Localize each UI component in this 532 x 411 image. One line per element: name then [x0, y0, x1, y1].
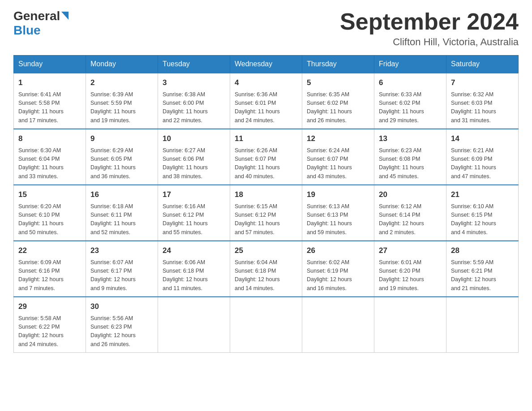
table-row: 1Sunrise: 6:41 AMSunset: 5:58 PMDaylight…: [14, 73, 86, 129]
day-info: Sunrise: 6:02 AMSunset: 6:19 PMDaylight:…: [307, 258, 369, 293]
day-info: Sunrise: 6:15 AMSunset: 6:12 PMDaylight:…: [235, 202, 297, 237]
day-number: 9: [90, 133, 153, 145]
day-number: 8: [18, 133, 81, 145]
day-number: 14: [451, 133, 514, 145]
day-info: Sunrise: 5:56 AMSunset: 6:23 PMDaylight:…: [90, 314, 153, 349]
day-info: Sunrise: 6:12 AMSunset: 6:14 PMDaylight:…: [379, 202, 442, 237]
day-number: 6: [379, 77, 442, 89]
table-row: 27Sunrise: 6:01 AMSunset: 6:20 PMDayligh…: [374, 241, 446, 297]
day-info: Sunrise: 6:04 AMSunset: 6:18 PMDaylight:…: [235, 258, 297, 293]
table-row: 20Sunrise: 6:12 AMSunset: 6:14 PMDayligh…: [374, 185, 446, 241]
day-number: 30: [90, 301, 153, 313]
day-number: 20: [379, 189, 442, 201]
table-row: 4Sunrise: 6:36 AMSunset: 6:01 PMDaylight…: [230, 73, 302, 129]
day-info: Sunrise: 6:13 AMSunset: 6:13 PMDaylight:…: [307, 202, 369, 237]
day-info: Sunrise: 6:09 AMSunset: 6:16 PMDaylight:…: [18, 258, 81, 293]
day-info: Sunrise: 6:29 AMSunset: 6:05 PMDaylight:…: [90, 146, 153, 181]
day-info: Sunrise: 6:36 AMSunset: 6:01 PMDaylight:…: [235, 90, 297, 125]
calendar-table: Sunday Monday Tuesday Wednesday Thursday…: [13, 55, 519, 353]
day-info: Sunrise: 6:32 AMSunset: 6:03 PMDaylight:…: [451, 90, 514, 125]
day-number: 3: [163, 77, 225, 89]
day-info: Sunrise: 6:16 AMSunset: 6:12 PMDaylight:…: [163, 202, 225, 237]
day-number: 22: [18, 245, 81, 257]
day-number: 28: [451, 245, 514, 257]
day-number: 27: [379, 245, 442, 257]
header-thursday: Thursday: [302, 56, 374, 73]
day-info: Sunrise: 6:20 AMSunset: 6:10 PMDaylight:…: [18, 202, 81, 237]
table-row: 23Sunrise: 6:07 AMSunset: 6:17 PMDayligh…: [86, 241, 158, 297]
calendar-header: Sunday Monday Tuesday Wednesday Thursday…: [14, 56, 519, 73]
table-row: 10Sunrise: 6:27 AMSunset: 6:06 PMDayligh…: [158, 129, 230, 185]
logo: General Blue: [13, 9, 69, 38]
month-title: September 2024: [340, 9, 519, 34]
day-info: Sunrise: 5:59 AMSunset: 6:21 PMDaylight:…: [451, 258, 514, 293]
table-row: 24Sunrise: 6:06 AMSunset: 6:18 PMDayligh…: [158, 241, 230, 297]
day-number: 29: [18, 301, 81, 313]
day-number: 10: [163, 133, 225, 145]
page-header: General Blue September 2024 Clifton Hill…: [13, 9, 519, 48]
table-row: 9Sunrise: 6:29 AMSunset: 6:05 PMDaylight…: [86, 129, 158, 185]
header-tuesday: Tuesday: [158, 56, 230, 73]
table-row: 29Sunrise: 5:58 AMSunset: 6:22 PMDayligh…: [14, 297, 86, 353]
table-row: 14Sunrise: 6:21 AMSunset: 6:09 PMDayligh…: [446, 129, 519, 185]
table-row: 7Sunrise: 6:32 AMSunset: 6:03 PMDaylight…: [446, 73, 519, 129]
table-row: [446, 297, 519, 353]
table-row: 17Sunrise: 6:16 AMSunset: 6:12 PMDayligh…: [158, 185, 230, 241]
table-row: 11Sunrise: 6:26 AMSunset: 6:07 PMDayligh…: [230, 129, 302, 185]
day-number: 26: [307, 245, 369, 257]
svg-marker-0: [61, 12, 69, 20]
day-number: 25: [235, 245, 297, 257]
day-info: Sunrise: 6:39 AMSunset: 5:59 PMDaylight:…: [90, 90, 153, 125]
table-row: 25Sunrise: 6:04 AMSunset: 6:18 PMDayligh…: [230, 241, 302, 297]
day-info: Sunrise: 6:23 AMSunset: 6:08 PMDaylight:…: [379, 146, 442, 181]
table-row: 5Sunrise: 6:35 AMSunset: 6:02 PMDaylight…: [302, 73, 374, 129]
location-title: Clifton Hill, Victoria, Australia: [340, 36, 519, 48]
day-number: 17: [163, 189, 225, 201]
day-number: 19: [307, 189, 369, 201]
table-row: 18Sunrise: 6:15 AMSunset: 6:12 PMDayligh…: [230, 185, 302, 241]
table-row: 21Sunrise: 6:10 AMSunset: 6:15 PMDayligh…: [446, 185, 519, 241]
day-info: Sunrise: 6:06 AMSunset: 6:18 PMDaylight:…: [163, 258, 225, 293]
table-row: 19Sunrise: 6:13 AMSunset: 6:13 PMDayligh…: [302, 185, 374, 241]
day-number: 7: [451, 77, 514, 89]
title-area: September 2024 Clifton Hill, Victoria, A…: [340, 9, 519, 48]
table-row: 15Sunrise: 6:20 AMSunset: 6:10 PMDayligh…: [14, 185, 86, 241]
day-number: 4: [235, 77, 297, 89]
table-row: 26Sunrise: 6:02 AMSunset: 6:19 PMDayligh…: [302, 241, 374, 297]
day-info: Sunrise: 6:26 AMSunset: 6:07 PMDaylight:…: [235, 146, 297, 181]
table-row: [302, 297, 374, 353]
day-info: Sunrise: 6:18 AMSunset: 6:11 PMDaylight:…: [90, 202, 153, 237]
day-number: 15: [18, 189, 81, 201]
table-row: 2Sunrise: 6:39 AMSunset: 5:59 PMDaylight…: [86, 73, 158, 129]
day-number: 2: [90, 77, 153, 89]
day-info: Sunrise: 6:01 AMSunset: 6:20 PMDaylight:…: [379, 258, 442, 293]
table-row: 28Sunrise: 5:59 AMSunset: 6:21 PMDayligh…: [446, 241, 519, 297]
day-number: 23: [90, 245, 153, 257]
day-number: 24: [163, 245, 225, 257]
table-row: [158, 297, 230, 353]
day-number: 5: [307, 77, 369, 89]
day-info: Sunrise: 6:38 AMSunset: 6:00 PMDaylight:…: [163, 90, 225, 125]
day-info: Sunrise: 6:35 AMSunset: 6:02 PMDaylight:…: [307, 90, 369, 125]
day-info: Sunrise: 5:58 AMSunset: 6:22 PMDaylight:…: [18, 314, 81, 349]
header-wednesday: Wednesday: [230, 56, 302, 73]
header-monday: Monday: [86, 56, 158, 73]
day-number: 16: [90, 189, 153, 201]
header-friday: Friday: [374, 56, 446, 73]
day-info: Sunrise: 6:33 AMSunset: 6:02 PMDaylight:…: [379, 90, 442, 125]
header-saturday: Saturday: [446, 56, 519, 73]
day-info: Sunrise: 6:41 AMSunset: 5:58 PMDaylight:…: [18, 90, 81, 125]
day-number: 1: [18, 77, 81, 89]
calendar-body: 1Sunrise: 6:41 AMSunset: 5:58 PMDaylight…: [14, 73, 519, 353]
day-number: 18: [235, 189, 297, 201]
table-row: [230, 297, 302, 353]
day-info: Sunrise: 6:10 AMSunset: 6:15 PMDaylight:…: [451, 202, 514, 237]
logo-triangle-icon: [61, 12, 69, 21]
table-row: 6Sunrise: 6:33 AMSunset: 6:02 PMDaylight…: [374, 73, 446, 129]
table-row: 3Sunrise: 6:38 AMSunset: 6:00 PMDaylight…: [158, 73, 230, 129]
day-number: 13: [379, 133, 442, 145]
day-number: 12: [307, 133, 369, 145]
day-info: Sunrise: 6:21 AMSunset: 6:09 PMDaylight:…: [451, 146, 514, 181]
table-row: 12Sunrise: 6:24 AMSunset: 6:07 PMDayligh…: [302, 129, 374, 185]
table-row: 8Sunrise: 6:30 AMSunset: 6:04 PMDaylight…: [14, 129, 86, 185]
